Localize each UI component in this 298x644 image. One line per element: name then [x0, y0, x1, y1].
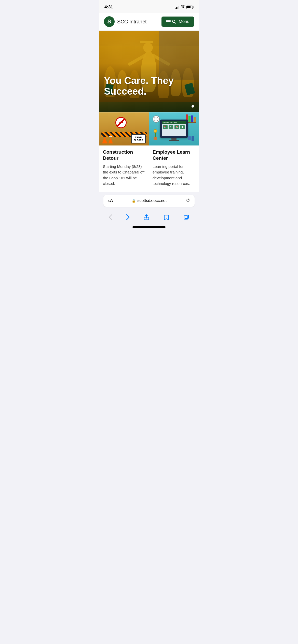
card-employee-learn-center[interactable]: Employee Learn Center 📚 🔍 📅 📄 — [149, 112, 199, 192]
desk-items — [188, 136, 194, 141]
hero-text: You Care. They Succeed. — [104, 76, 199, 97]
tabs-icon — [183, 214, 189, 220]
card-image-construction: ↩ — [99, 112, 149, 145]
bottom-nav — [99, 209, 199, 224]
menu-icon — [166, 20, 177, 24]
share-icon — [143, 214, 150, 220]
reload-button[interactable] — [185, 198, 191, 204]
card-construction-detour[interactable]: ↩ — [99, 112, 149, 192]
tabs-button[interactable] — [181, 212, 191, 222]
status-time: 4:31 — [104, 5, 113, 10]
sunflower-decoration — [154, 132, 157, 140]
back-button[interactable] — [107, 212, 114, 222]
bookmarks-button[interactable] — [161, 212, 171, 222]
bookmarks-icon — [163, 214, 169, 220]
carousel-indicator[interactable] — [192, 105, 194, 108]
logo-area: S SCC Intranet — [104, 16, 147, 27]
url-display: 🔒 scottsdalecc.net — [132, 198, 167, 203]
battery-icon — [186, 6, 194, 9]
font-small: A — [107, 199, 110, 203]
font-large: A — [110, 198, 113, 203]
home-indicator — [99, 224, 199, 231]
url-text: scottsdalecc.net — [137, 198, 167, 203]
card-content-elc: Employee Learn Center Learning portal fo… — [149, 145, 199, 192]
card-description-construction: Starting Monday (8/28) the exits to Chap… — [103, 164, 145, 187]
forward-button[interactable] — [124, 212, 132, 222]
site-header: S SCC Intranet Menu — [99, 13, 199, 31]
card-title-construction: Construction Detour — [103, 149, 145, 161]
back-icon — [109, 214, 112, 220]
status-icons — [175, 5, 194, 9]
clock-icon — [153, 115, 160, 123]
status-bar: 4:31 — [99, 0, 199, 13]
font-size-control[interactable]: A A — [107, 198, 113, 203]
home-pill — [132, 226, 166, 228]
forward-icon — [126, 214, 130, 220]
menu-button[interactable]: Menu — [161, 17, 194, 27]
browser-bar: A A 🔒 scottsdalecc.net — [99, 192, 199, 209]
card-title-elc: Employee Learn Center — [153, 149, 195, 161]
search-icon — [172, 20, 176, 24]
site-title: SCC Intranet — [117, 19, 147, 25]
hero-banner: You Care. They Succeed. — [99, 31, 199, 112]
reload-icon — [185, 198, 191, 203]
svg-line-1 — [175, 22, 176, 23]
wifi-icon — [181, 5, 185, 9]
card-image-elc: Employee Learn Center 📚 🔍 📅 📄 — [149, 112, 199, 145]
card-content-construction: Construction Detour Starting Monday (8/2… — [99, 145, 149, 192]
cards-section: ↩ — [99, 112, 199, 192]
menu-label: Menu — [179, 19, 189, 24]
lock-icon: 🔒 — [132, 199, 136, 203]
signal-icon — [175, 5, 179, 9]
card-description-elc: Learning portal for employee training, d… — [153, 164, 195, 187]
share-button[interactable] — [141, 212, 152, 222]
monitor: Employee Learn Center 📚 🔍 📅 📄 — [160, 120, 188, 138]
address-bar[interactable]: A A 🔒 scottsdalecc.net — [103, 195, 195, 207]
logo-circle: S — [104, 16, 115, 27]
